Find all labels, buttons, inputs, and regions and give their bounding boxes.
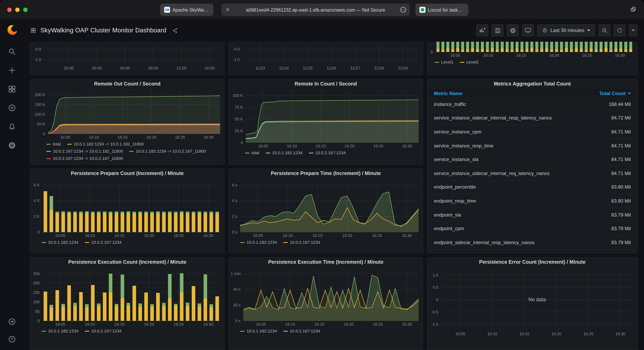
app-window: SW Apache SkyWalki... a0881eed4-22961232… bbox=[0, 0, 644, 350]
share-dashboard-icon[interactable] bbox=[172, 27, 178, 33]
legend-item[interactable]: 10.0.2.167:1234 bbox=[309, 150, 346, 156]
svg-text:04:00: 04:00 bbox=[120, 66, 130, 70]
tab-more-icon[interactable] bbox=[400, 6, 407, 13]
svg-text:16:30: 16:30 bbox=[615, 53, 625, 57]
panel-title[interactable]: Remote Out Count / Second bbox=[30, 79, 224, 88]
svg-text:16:05: 16:05 bbox=[60, 135, 70, 140]
legend-item[interactable]: 10.0.1.182:1234 bbox=[240, 329, 277, 334]
panel-title[interactable]: Persistence Execution Count (Increment) … bbox=[30, 258, 224, 267]
svg-text:16:20: 16:20 bbox=[344, 322, 354, 327]
configuration-gear-icon[interactable] bbox=[8, 141, 16, 150]
svg-text:6 K: 6 K bbox=[34, 183, 40, 187]
zoom-out-time-button[interactable] bbox=[598, 24, 610, 36]
metric-name-cell: instance_traffic bbox=[434, 102, 466, 107]
remote_out-chart[interactable]: 16:0516:1016:1516:2016:2516:30200 K150 K… bbox=[30, 88, 224, 140]
legend-item[interactable]: 10.0.1.182:1234 -> 10.0.2.167_11800 bbox=[130, 149, 206, 154]
remote_in-chart[interactable]: 16:0516:1016:1516:2016:2516:30100 K75 K5… bbox=[229, 88, 423, 149]
partial_mid-chart[interactable]: 11/2311/2411/2511/2611/2711/2811/29-0.5-… bbox=[229, 41, 423, 71]
panel-title[interactable]: Persistence Execution Time (Increment) /… bbox=[229, 258, 423, 267]
svg-text:100: 100 bbox=[33, 300, 40, 304]
svg-text:16:20: 16:20 bbox=[342, 233, 352, 238]
svg-text:0: 0 bbox=[38, 230, 40, 234]
panel-persistence-execution-count: Persistence Execution Count (Increment) … bbox=[30, 257, 224, 350]
svg-text:16:25: 16:25 bbox=[373, 322, 383, 327]
add-icon[interactable] bbox=[8, 66, 16, 75]
chart-area: 16:0516:1016:1516:2016:2516:300 bbox=[428, 41, 637, 58]
panel-legend: 10.0.1.182:123410.0.2.167:1234 bbox=[229, 327, 423, 334]
panel-title[interactable]: Persistence Prepare Time (Increment) / M… bbox=[229, 169, 423, 178]
execution_count-chart[interactable]: 16:0516:1016:1516:2016:2516:302502001501… bbox=[30, 267, 224, 327]
metric-name-cell: endpoint_resp_time bbox=[434, 198, 476, 204]
svg-text:16:05: 16:05 bbox=[256, 322, 266, 327]
svg-text:4 s: 4 s bbox=[232, 198, 237, 203]
refresh-button[interactable] bbox=[614, 24, 626, 36]
legend-item[interactable]: total bbox=[46, 142, 61, 147]
browser-tab-skywalking[interactable]: SW Apache SkyWalki... bbox=[160, 3, 213, 16]
browser-tab-dashboard-active[interactable]: a0881eed4-22961232.ap-east-1.elb.amazona… bbox=[221, 3, 410, 16]
browser-tab-locust[interactable]: Locust for tasks.py bbox=[416, 3, 468, 16]
close-tab-icon[interactable] bbox=[225, 7, 230, 12]
svg-text:16:15: 16:15 bbox=[114, 322, 124, 327]
legend-item[interactable]: 10.0.2.167:1234 -> 10.0.2.167_11800 bbox=[46, 156, 123, 161]
panel-title[interactable]: Persistence Prepare Count (Increment) / … bbox=[30, 169, 224, 178]
column-header-total-count[interactable]: Total Count bbox=[599, 91, 631, 96]
sign-in-icon[interactable] bbox=[8, 317, 16, 326]
chevron-down-icon bbox=[587, 29, 590, 31]
legend-item[interactable]: 10.0.1.182:1234 -> 10.0.1.182_11800 bbox=[67, 142, 144, 147]
cycle-view-mode-button[interactable] bbox=[522, 24, 534, 36]
chart-area: 11/2311/2411/2511/2611/2711/2811/29-0.5-… bbox=[229, 41, 423, 71]
svg-text:12:00: 12:00 bbox=[176, 66, 186, 70]
svg-text:16:10: 16:10 bbox=[85, 233, 95, 238]
legend-item[interactable]: 10.0.2.167:1234 bbox=[284, 329, 320, 334]
help-icon[interactable]: ? bbox=[8, 335, 16, 344]
prepare_time-chart[interactable]: 16:0516:1016:1516:2016:2516:306 s4 s2 s0… bbox=[229, 178, 423, 238]
partial_left-chart[interactable]: 20:0000:0004:0008:0012:0016:00-0.5-1.0 bbox=[30, 41, 224, 71]
legend-item[interactable]: 10.0.2.167:1234 bbox=[284, 240, 320, 245]
zoom-window-button[interactable] bbox=[23, 7, 28, 12]
tab-overview-icon[interactable] bbox=[630, 6, 637, 13]
time-range-picker[interactable]: Last 30 minutes bbox=[537, 24, 595, 36]
legend-item[interactable]: 10.0.1.182:1234 bbox=[266, 150, 302, 156]
legend-item[interactable]: total bbox=[245, 150, 259, 156]
dashboard-grid: 20:0000:0004:0008:0012:0016:00-0.5-1.0 1… bbox=[30, 41, 638, 350]
svg-text:16:05: 16:05 bbox=[55, 322, 65, 327]
svg-text:16:25: 16:25 bbox=[582, 53, 592, 57]
error_count-chart[interactable]: 16:0516:1016:1516:2016:2516:301.00.50-0.… bbox=[428, 267, 637, 337]
column-header-metric-name[interactable]: Metric Name bbox=[434, 91, 462, 96]
total-count-cell: 84.71 Mil bbox=[608, 143, 631, 149]
close-window-button[interactable] bbox=[7, 7, 12, 12]
dashboards-icon[interactable] bbox=[8, 85, 16, 94]
minimize-window-button[interactable] bbox=[15, 7, 20, 12]
prepare_count-chart[interactable]: 16:0516:1016:1516:2016:2516:306 K4 K2 K0 bbox=[30, 178, 224, 238]
panel-persistence-error-count: Persistence Error Count (Increment) / Mi… bbox=[427, 257, 638, 350]
svg-text:-1.0: -1.0 bbox=[233, 57, 240, 62]
panel-title[interactable]: Remote In Count / Second bbox=[229, 79, 423, 88]
panel-title[interactable]: Metrics Aggregation Total Count bbox=[428, 79, 637, 88]
explore-compass-icon[interactable] bbox=[8, 104, 16, 112]
legend-item[interactable]: 10.0.1.182:1234 bbox=[240, 240, 277, 245]
alerting-bell-icon[interactable] bbox=[8, 122, 16, 131]
legend-item[interactable]: 10.0.1.182:1234 bbox=[42, 240, 78, 245]
svg-text:16:15: 16:15 bbox=[312, 233, 322, 238]
legend-item[interactable]: Level1 bbox=[435, 59, 454, 65]
legend-item[interactable]: 10.0.1.182:1234 bbox=[42, 329, 78, 334]
partial_bars-chart[interactable]: 16:0516:1016:1516:2016:2516:300 bbox=[428, 41, 637, 58]
svg-text:20 s: 20 s bbox=[233, 303, 240, 307]
legend-item[interactable]: 10.0.2.167:1234 bbox=[85, 240, 122, 245]
legend-item[interactable]: 10.0.2.167:1234 -> 10.0.1.182_11800 bbox=[46, 149, 123, 154]
dashboard-settings-button[interactable] bbox=[507, 24, 519, 36]
metric-name-cell: endpoint_sidecar_internal_resp_latency_n… bbox=[434, 239, 534, 245]
refresh-interval-caret-button[interactable] bbox=[629, 24, 638, 36]
panel-title[interactable]: Persistence Error Count (Increment) / Mi… bbox=[428, 258, 637, 267]
legend-label: total bbox=[251, 150, 259, 156]
search-icon[interactable] bbox=[8, 47, 16, 56]
svg-text:200 K: 200 K bbox=[35, 93, 46, 97]
svg-text:16:05: 16:05 bbox=[253, 233, 263, 238]
grafana-logo-icon[interactable] bbox=[6, 24, 18, 36]
execution_time-chart[interactable]: 16:0516:1016:1516:2016:2516:301 min40 s2… bbox=[229, 267, 423, 327]
add-panel-button[interactable] bbox=[476, 24, 488, 36]
legend-color-mark bbox=[460, 62, 464, 62]
legend-item[interactable]: 10.0.2.167:1234 bbox=[85, 329, 122, 334]
save-dashboard-button[interactable] bbox=[492, 24, 504, 36]
legend-item[interactable]: Level2 bbox=[460, 59, 479, 65]
